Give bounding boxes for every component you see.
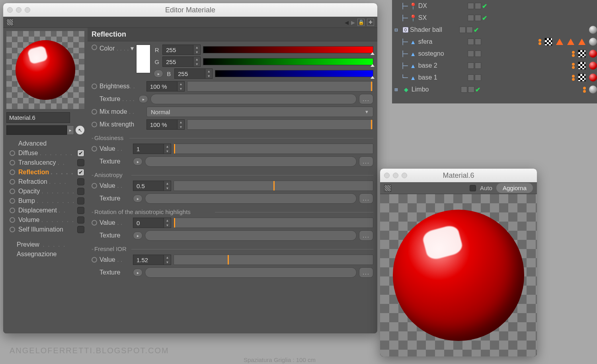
channel-checkbox[interactable]	[77, 216, 84, 224]
r-slider[interactable]	[203, 46, 373, 53]
b-value[interactable]: ▲▼	[174, 68, 213, 79]
subitem-preview[interactable]: Preview . . . . .	[3, 240, 88, 249]
glossiness-texture-menu[interactable]: ▸	[133, 158, 142, 165]
channel-checkbox[interactable]	[77, 188, 84, 195]
cursor-icon[interactable]: ↖	[76, 126, 84, 134]
anisotropy-texture-browse[interactable]: ...	[359, 193, 373, 204]
channel-refraction[interactable]: Refraction. . . .	[3, 177, 88, 187]
color-anim-dot[interactable]	[92, 45, 97, 50]
channel-advanced[interactable]: Advanced	[3, 139, 88, 148]
channel-volume[interactable]: Volume. . . . . . .	[3, 215, 88, 225]
r-value[interactable]: ▲▼	[162, 45, 201, 55]
channel-radio[interactable]	[10, 208, 15, 213]
channel-radio[interactable]	[10, 179, 15, 185]
outliner-row-base-1[interactable]: └─▲base 1	[392, 72, 597, 84]
rotation-value[interactable]: ▲▼	[133, 218, 171, 228]
rotation-texture-menu[interactable]: ▸	[133, 232, 142, 239]
mixmode-dropdown[interactable]: Normal▼	[146, 107, 373, 117]
channel-radio[interactable]	[10, 189, 15, 194]
warning-tag-icon[interactable]	[578, 38, 586, 46]
material-search-input[interactable]	[6, 125, 67, 135]
anisotropy-dot[interactable]	[92, 183, 97, 189]
channel-radio[interactable]	[10, 198, 15, 204]
material-tag-icon[interactable]	[589, 62, 597, 70]
visibility-cells[interactable]: ✔	[461, 86, 482, 93]
visibility-cells[interactable]	[468, 39, 488, 45]
grid-icon[interactable]	[6, 19, 14, 26]
channel-checkbox[interactable]	[77, 226, 84, 233]
object-name[interactable]: base 1	[418, 74, 466, 81]
fresnel-texture-field[interactable]	[145, 267, 357, 278]
outliner-row-sostegno[interactable]: ├─▲sostegno	[392, 48, 597, 60]
visibility-cells[interactable]: ✔	[459, 26, 480, 34]
material-tag-icon[interactable]	[589, 38, 597, 46]
nav-back-icon[interactable]: ◂	[345, 18, 349, 27]
checker-tag-icon[interactable]	[544, 38, 552, 46]
anisotropy-texture-menu[interactable]: ▸	[133, 195, 142, 202]
checker-tag-icon[interactable]	[578, 74, 586, 82]
object-name[interactable]: base 2	[418, 62, 466, 69]
new-tab-icon[interactable]: ✚	[367, 19, 374, 26]
mixstrength-dot[interactable]	[92, 122, 97, 127]
texture-menu-1[interactable]: ▸	[139, 95, 148, 103]
subitem-assegnazione[interactable]: Assegnazione	[3, 249, 88, 259]
glossiness-texture-browse[interactable]: ...	[359, 156, 373, 167]
rotation-texture-browse[interactable]: ...	[359, 230, 373, 241]
mixstrength-slider[interactable]	[187, 119, 373, 130]
anisotropy-slider[interactable]	[174, 181, 373, 191]
channel-checkbox[interactable]: ✔	[77, 169, 84, 176]
channel-self-illumination[interactable]: Self Illumination	[3, 225, 88, 234]
channel-radio[interactable]	[10, 217, 15, 223]
visibility-cells[interactable]	[468, 51, 488, 57]
material-tag-icon[interactable]	[589, 74, 597, 82]
mixstrength-value[interactable]: ▲▼	[146, 119, 185, 130]
channel-checkbox[interactable]: ✔	[77, 150, 84, 157]
b-slider[interactable]	[215, 70, 373, 77]
channel-radio[interactable]	[10, 169, 15, 175]
texture-browse-1[interactable]: ...	[359, 94, 373, 104]
channel-radio[interactable]	[10, 227, 15, 232]
channel-radio[interactable]	[10, 160, 15, 165]
color-model-toggle[interactable]: ▸	[154, 70, 163, 78]
channel-reflection[interactable]: Reflection. . . . .✔	[3, 167, 88, 177]
object-name[interactable]: SX	[418, 14, 466, 21]
outliner-row-dx[interactable]: ├─📍DX✔	[392, 0, 597, 12]
outliner-row-base-2[interactable]: ├─▲base 2	[392, 60, 597, 72]
lock-icon[interactable]: 🔒	[357, 19, 365, 26]
arrow-button[interactable]: ▸	[67, 125, 74, 135]
nav-fwd-icon[interactable]: ▸	[351, 18, 355, 27]
auto-checkbox[interactable]	[470, 185, 476, 191]
anisotropy-texture-field[interactable]	[145, 193, 357, 204]
visibility-cells[interactable]: ✔	[468, 2, 488, 10]
texture-field-1[interactable]	[150, 94, 357, 104]
material-tag-icon[interactable]	[589, 50, 597, 58]
brightness-slider[interactable]	[187, 81, 373, 91]
channel-checkbox[interactable]	[77, 178, 84, 185]
channel-checkbox[interactable]	[77, 197, 84, 204]
preview-titlebar[interactable]: Material.6	[380, 169, 537, 182]
channel-checkbox[interactable]	[77, 207, 84, 214]
visibility-cells[interactable]	[468, 74, 488, 81]
object-name[interactable]: Shader ball	[410, 26, 458, 33]
object-name[interactable]: DX	[418, 2, 466, 10]
traffic-lights[interactable]	[7, 7, 30, 13]
titlebar[interactable]: Editor Materiale	[3, 3, 377, 17]
object-name[interactable]: Limbo	[412, 86, 459, 93]
g-value[interactable]: ▲▼	[162, 56, 201, 67]
material-tag-icon[interactable]	[589, 26, 597, 34]
preview-grid-icon[interactable]	[384, 185, 391, 192]
channel-diffuse[interactable]: Diffuse. . . . . . .✔	[3, 148, 88, 158]
fresnel-slider[interactable]	[174, 255, 373, 265]
warning-tag-icon[interactable]	[567, 38, 575, 46]
visibility-cells[interactable]: ✔	[468, 14, 488, 22]
preview-traffic-lights[interactable]	[384, 173, 407, 178]
rotation-dot[interactable]	[92, 220, 97, 226]
outliner-row-shader-ball[interactable]: ⊟ 0Shader ball✔	[392, 24, 597, 36]
refresh-button[interactable]: Aggiorna	[496, 183, 533, 193]
object-name[interactable]: sfera	[418, 38, 466, 45]
color-swatch[interactable]	[136, 45, 150, 73]
fresnel-texture-browse[interactable]: ...	[359, 267, 373, 278]
brightness-dot[interactable]	[92, 84, 97, 89]
fresnel-texture-menu[interactable]: ▸	[133, 269, 142, 276]
visibility-cells[interactable]	[468, 62, 488, 69]
